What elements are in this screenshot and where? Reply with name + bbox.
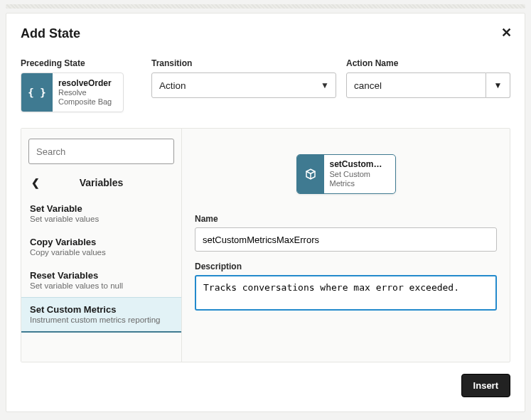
preceding-state-title: resolveOrder bbox=[58, 78, 112, 88]
transition-select[interactable]: Action ▼ bbox=[151, 72, 336, 98]
breadcrumb: ❮ Variables bbox=[21, 171, 181, 197]
sidebar-item-copy-variables[interactable]: Copy Variables Copy variable values bbox=[21, 230, 181, 264]
chevron-down-icon: ▼ bbox=[321, 80, 329, 90]
preview-state-card[interactable]: setCustomMet… Set Custom Metrics bbox=[296, 154, 396, 194]
preview-sub1: Set Custom bbox=[330, 170, 390, 179]
sidebar-item-title: Set Variable bbox=[30, 203, 173, 214]
add-state-dialog: Add State ✕ Preceding State { } resolveO… bbox=[6, 13, 525, 412]
preceding-state-sub2: Composite Bag bbox=[58, 97, 112, 107]
preview-sub2: Metrics bbox=[330, 179, 390, 188]
sidebar-item-desc: Set variable values bbox=[30, 215, 173, 223]
action-name-value: cancel bbox=[354, 80, 382, 91]
preceding-state-sub1: Resolve bbox=[58, 88, 112, 97]
sidebar-item-set-variable[interactable]: Set Variable Set variable values bbox=[21, 197, 181, 230]
cube-icon bbox=[297, 155, 324, 193]
sidebar-item-title: Copy Variables bbox=[30, 237, 173, 247]
label-action-name: Action Name bbox=[346, 58, 510, 68]
sidebar-item-title: Set Custom Metrics bbox=[30, 304, 173, 315]
description-input[interactable] bbox=[195, 275, 497, 311]
preview-title: setCustomMet… bbox=[330, 160, 390, 170]
transition-value: Action bbox=[159, 80, 186, 91]
action-name-select[interactable]: cancel bbox=[346, 72, 486, 98]
chevron-down-icon: ▼ bbox=[494, 80, 503, 90]
label-transition: Transition bbox=[151, 58, 336, 68]
crumb-title: Variables bbox=[80, 177, 124, 188]
preceding-state-card[interactable]: { } resolveOrder Resolve Composite Bag bbox=[21, 72, 124, 112]
braces-icon: { } bbox=[21, 73, 53, 112]
sidebar-item-reset-variables[interactable]: Reset Variables Set variable values to n… bbox=[21, 264, 181, 297]
insert-button[interactable]: Insert bbox=[461, 374, 510, 397]
dialog-title: Add State bbox=[21, 26, 510, 41]
sidebar-item-title: Reset Variables bbox=[30, 270, 173, 281]
label-description: Description bbox=[195, 262, 497, 271]
sidebar-item-desc: Instrument custom metrics reporting bbox=[30, 316, 173, 324]
sidebar-item-set-custom-metrics[interactable]: Set Custom Metrics Instrument custom met… bbox=[21, 297, 181, 333]
label-name: Name bbox=[195, 214, 497, 224]
search-input[interactable] bbox=[28, 139, 174, 164]
back-icon[interactable]: ❮ bbox=[31, 177, 40, 188]
component-sidebar: ❮ Variables Set Variable Set variable va… bbox=[21, 129, 182, 362]
action-name-dropdown-button[interactable]: ▼ bbox=[486, 72, 510, 98]
sidebar-item-desc: Copy variable values bbox=[30, 248, 173, 257]
sidebar-item-desc: Set variable values to null bbox=[30, 281, 173, 290]
label-preceding-state: Preceding State bbox=[21, 58, 141, 68]
close-icon[interactable]: ✕ bbox=[501, 25, 512, 41]
name-input[interactable] bbox=[195, 227, 497, 252]
